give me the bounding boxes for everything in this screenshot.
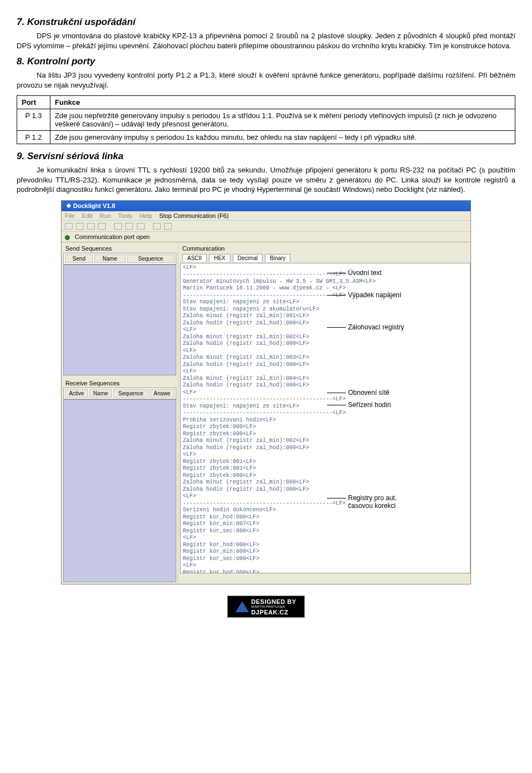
cell-funkce: Zde jsou nepřetržitě generovány impulsy … [50, 109, 515, 131]
heading-8: 8. Kontrolní porty [17, 56, 515, 67]
docklight-window: ❖ Docklight V1.8 File Edit Run Tools Hel… [61, 200, 471, 584]
menu-edit[interactable]: Edit [82, 212, 93, 219]
logo-line-2: MARTIN PANTUCEK [251, 605, 296, 609]
table-row: P 1.2 Zde jsou generovány impulsy s peri… [17, 131, 515, 144]
status-indicator-icon [65, 235, 70, 240]
cell-funkce: Zde jsou generovány impulsy s periodou 1… [50, 131, 515, 144]
tab-hex[interactable]: HEX [209, 254, 231, 262]
menu-run[interactable]: Run [100, 212, 111, 219]
col-name[interactable]: Name [89, 389, 112, 398]
toolbar-button[interactable] [137, 223, 145, 230]
para-9: Je komunikační linka s úrovní TTL s rych… [17, 165, 515, 195]
receive-sequences-label: Receive Sequences [63, 379, 176, 388]
annotation-serizeni-hodin: Seřízení hodin [327, 401, 391, 409]
col-name[interactable]: Name [94, 255, 126, 263]
col-answer[interactable]: Answe [150, 389, 175, 398]
annotation-uvodni-text: Úvodní text [327, 269, 382, 277]
col-active[interactable]: Active [65, 389, 88, 398]
annotation-vypadek-napajeni: Výpadek napájení [327, 291, 401, 299]
status-bar: Commmunication port open [62, 232, 470, 242]
cell-port: P 1.2 [17, 131, 50, 144]
col-sequence[interactable]: Sequence [127, 255, 175, 263]
table-header-port: Port [17, 96, 50, 109]
communication-label: Communication [180, 244, 470, 253]
footer-logo: DESIGNED BY MARTIN PANTUCEK DJPEAK.CZ [227, 596, 305, 618]
terminal-output[interactable]: <LF> -----------------------------------… [180, 263, 470, 573]
menu-bar: File Edit Run Tools Help Stop Communicat… [62, 211, 470, 221]
toolbar-button[interactable] [76, 223, 84, 230]
table-row: P 1.3 Zde jsou nepřetržitě generovány im… [17, 109, 515, 131]
toolbar-button[interactable] [87, 223, 95, 230]
send-sequences-label: Send Sequences [63, 244, 176, 253]
kontrol-ports-table: Port Funkce P 1.3 Zde jsou nepřetržitě g… [17, 95, 515, 144]
logo-line-1: DESIGNED BY [251, 598, 296, 605]
menu-help[interactable]: Help [140, 212, 152, 219]
col-send[interactable]: Send [65, 255, 93, 263]
col-sequence[interactable]: Sequence [113, 389, 148, 398]
encoding-tabs: ASCII HEX Decimal Binary [180, 253, 470, 263]
toolbar-button[interactable] [65, 223, 73, 230]
annotation-obnoveni-site: Obnovení sítě [327, 389, 390, 396]
receive-sequences-list[interactable] [63, 399, 176, 582]
heading-7: 7. Konstrukční uspořádání [17, 17, 515, 28]
menu-file[interactable]: File [65, 212, 75, 219]
receive-sequences-header: Active Name Sequence Answe [63, 388, 176, 399]
logo-triangle-icon [236, 601, 249, 612]
window-title: Docklight V1.8 [73, 202, 115, 209]
send-sequences-list[interactable] [63, 265, 176, 375]
tab-decimal[interactable]: Decimal [233, 254, 263, 262]
toolbar-button[interactable] [164, 223, 172, 230]
logo-line-3: DJPEAK.CZ [251, 609, 296, 616]
toolbar-button[interactable] [153, 223, 161, 230]
cell-port: P 1.3 [17, 109, 50, 131]
send-sequences-header: Send Name Sequence [63, 253, 176, 265]
window-titlebar: ❖ Docklight V1.8 [62, 201, 470, 211]
annotation-registry-korekci: Registry pro aut.časovou korekci [327, 494, 397, 510]
heading-9: 9. Servisní sériová linka [17, 151, 515, 162]
toolbar [62, 221, 470, 232]
tab-binary[interactable]: Binary [265, 254, 290, 262]
toolbar-button[interactable] [114, 223, 122, 230]
menu-stop-communication[interactable]: Stop Communication (F6) [159, 212, 228, 219]
menu-tools[interactable]: Tools [118, 212, 132, 219]
status-text: Commmunication port open [75, 233, 150, 240]
toolbar-button[interactable] [98, 223, 106, 230]
toolbar-button[interactable] [125, 223, 133, 230]
annotation-zalohovaci-registry: Zálohovací registry [327, 323, 404, 331]
para-8: Na lištu JP3 jsou vyvedeny kontrolní por… [17, 70, 515, 90]
tab-ascii[interactable]: ASCII [182, 254, 207, 262]
para-7: DPS je vmontována do plastové krabičky K… [17, 31, 515, 50]
table-header-funkce: Funkce [50, 96, 515, 109]
app-icon: ❖ [66, 202, 71, 209]
